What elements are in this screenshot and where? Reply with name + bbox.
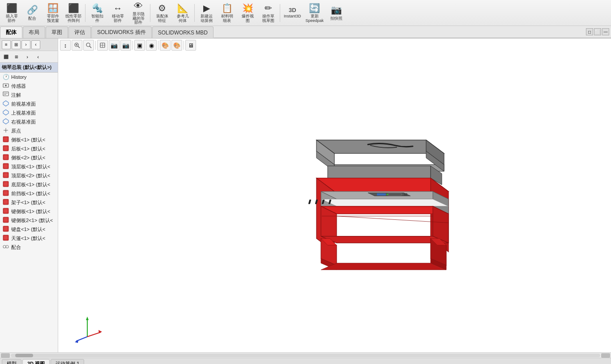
feature-item-sensor[interactable]: 传感器: [0, 81, 58, 90]
tool-explode[interactable]: 💥 爆炸视图: [238, 1, 257, 25]
tool-insert-part[interactable]: ⬛ 插入零部件: [2, 1, 21, 25]
part-1-icon: [3, 136, 10, 144]
mate-icon: 🔗: [27, 4, 38, 15]
tool-new-motion[interactable]: ▶ 新建运动算例: [197, 1, 216, 25]
toolbar-separator-3: [194, 4, 195, 22]
vp-btn-view-orient[interactable]: [97, 40, 108, 51]
feature-item-part-3[interactable]: 侧板<2> (默认<: [0, 153, 58, 162]
tool-instant3d[interactable]: 3D Instant3D: [282, 1, 303, 25]
feature-item-front-plane[interactable]: 前视基准面: [0, 99, 58, 108]
tool-assembly-feature-label: 装配体特征: [156, 14, 168, 23]
vp-btn-view-settings[interactable]: 🖥: [185, 40, 196, 51]
sidebar-toolbar: ⬛ ⊞ › ‹: [0, 51, 58, 63]
scroll-left-btn[interactable]: [1, 353, 10, 358]
vp-btn-camera[interactable]: 📷: [109, 40, 120, 51]
scrollbar-track[interactable]: [11, 354, 600, 357]
feature-item-part-6[interactable]: 底层板<1> (默认<: [0, 180, 58, 189]
tool-linear-array[interactable]: ⬛ 线性零部件阵列: [64, 1, 83, 25]
vp-btn-camera-2[interactable]: 📷: [120, 40, 131, 51]
svg-marker-80: [321, 263, 446, 270]
vp-btn-appearance[interactable]: 🎨: [160, 40, 171, 51]
feature-item-annotation[interactable]: 注解: [0, 90, 58, 99]
tab-solidworks-mbd[interactable]: SOLIDWORKS MBD: [152, 26, 214, 38]
horizontal-scrollbar[interactable]: [0, 352, 611, 358]
tool-speedpak[interactable]: 🔄 更新Speedpak: [304, 1, 326, 25]
tool-ref-geometry[interactable]: 📐 参考几何体: [173, 1, 192, 25]
tool-snapshot[interactable]: 📷 拍快照: [326, 1, 346, 25]
svg-marker-89: [75, 340, 78, 343]
tool-bom-label: 材料明细表: [221, 14, 233, 23]
restore-panel-button[interactable]: ⬜: [594, 28, 601, 35]
feature-item-part-9[interactable]: 键侧板<1> (默认<: [0, 207, 58, 216]
tab-solidworks-plugins[interactable]: SOLIDWORKS 插件: [91, 26, 152, 38]
feature-item-part-1[interactable]: 侧板<1> (默认<: [0, 135, 58, 144]
svg-marker-46: [316, 140, 444, 153]
tool-assembly-feature[interactable]: ⚙ 装配体特征: [152, 1, 172, 25]
feature-item-part-7[interactable]: 前挡板<1> (默认<: [0, 189, 58, 198]
scroll-right-btn[interactable]: [601, 353, 610, 358]
tool-mate[interactable]: 🔗 配合: [22, 1, 42, 25]
vp-btn-arrow[interactable]: ↕: [60, 40, 71, 51]
expand-panel-button[interactable]: □: [586, 28, 593, 35]
tab-sketch[interactable]: 草图: [46, 26, 68, 38]
vp-btn-zoom-fit[interactable]: [72, 40, 82, 51]
feature-list: 🕐 History 传感器 注解 前视基准面: [0, 73, 58, 352]
scrollbar-thumb[interactable]: [15, 354, 33, 357]
tool-preview[interactable]: 🪟 零部件预览窗: [43, 1, 63, 25]
svg-rect-14: [4, 146, 8, 150]
sidebar-icon-view-btn[interactable]: ⊞: [12, 40, 21, 49]
sidebar-list-view-btn[interactable]: ≡: [2, 40, 11, 49]
status-tab-motion[interactable]: 运动算例 1: [51, 359, 84, 364]
svg-point-35: [3, 245, 6, 248]
vp-btn-display-style[interactable]: ▣: [134, 40, 145, 51]
svg-rect-34: [4, 236, 8, 240]
sensor-icon: [3, 82, 10, 90]
tool-bom[interactable]: 📋 材料明细表: [217, 1, 237, 25]
feature-item-part-5[interactable]: 顶层板<2> (默认<: [0, 171, 58, 180]
part-9-icon: [3, 208, 10, 215]
sidebar-tool-collapse[interactable]: ‹: [33, 52, 43, 61]
feature-item-part-4[interactable]: 顶层板<1> (默认<: [0, 162, 58, 171]
svg-marker-70: [321, 206, 449, 214]
vp-btn-scene[interactable]: 🎨: [171, 40, 182, 51]
sidebar-tool-expand[interactable]: ›: [22, 52, 32, 61]
tool-move-component[interactable]: ↔ 移动零部件: [108, 1, 128, 25]
tool-sketch-label: 操作草线草图: [262, 14, 274, 23]
tool-show-hidden[interactable]: 👁 显示隐藏的等部件: [128, 1, 148, 25]
vp-separator-3: [158, 41, 158, 50]
annotation-icon: [3, 91, 10, 99]
feature-item-part-10[interactable]: 键侧板2<1> (默认<: [0, 216, 58, 225]
feature-item-right-plane[interactable]: 右视基准面: [0, 117, 58, 126]
tool-smart-fastener[interactable]: 🔩 智能扣件: [87, 1, 107, 25]
front-plane-icon: [3, 100, 10, 108]
feature-item-part-8[interactable]: 架子<1> (默认<: [0, 198, 58, 207]
tab-evaluate[interactable]: 评估: [68, 26, 91, 38]
sidebar-tool-1[interactable]: ⬛: [1, 52, 11, 61]
tab-layout[interactable]: 布局: [23, 26, 45, 38]
status-tab-model[interactable]: 模型: [2, 359, 21, 364]
tool-new-motion-label: 新建运动算例: [201, 14, 213, 23]
sidebar-collapse-btn[interactable]: ‹: [31, 40, 40, 49]
feature-item-mate[interactable]: 配合: [0, 243, 58, 252]
feature-item-part-2[interactable]: 后板<1> (默认<: [0, 144, 58, 153]
svg-rect-16: [4, 155, 8, 159]
feature-item-origin[interactable]: 原点: [0, 126, 58, 135]
status-tab-3d-view[interactable]: 3D 视图: [22, 359, 50, 364]
sidebar-expand-btn[interactable]: ›: [21, 40, 30, 49]
vp-btn-zoom-area[interactable]: [83, 40, 94, 51]
tool-speedpak-label: 更新Speedpak: [306, 14, 324, 23]
feature-item-part-12[interactable]: 天篷<1> (默认<: [0, 234, 58, 243]
tabs-right-buttons: □ ⬜ —: [586, 26, 611, 38]
svg-marker-52: [328, 166, 431, 178]
tool-sketch[interactable]: ✏ 操作草线草图: [258, 1, 278, 25]
minimize-panel-button[interactable]: —: [602, 28, 609, 35]
part-5-icon: [3, 172, 10, 180]
vp-btn-hide-show[interactable]: ◉: [146, 40, 157, 51]
tab-assembly[interactable]: 配体: [0, 26, 22, 38]
feature-item-part-11[interactable]: 键盘<1> (默认<: [0, 225, 58, 234]
feature-item-top-plane[interactable]: 上视基准面: [0, 108, 58, 117]
svg-rect-66: [377, 193, 386, 195]
feature-item-history[interactable]: 🕐 History: [0, 73, 58, 81]
sidebar-tool-2[interactable]: ⊞: [12, 52, 21, 61]
part-8-icon: [3, 199, 10, 206]
